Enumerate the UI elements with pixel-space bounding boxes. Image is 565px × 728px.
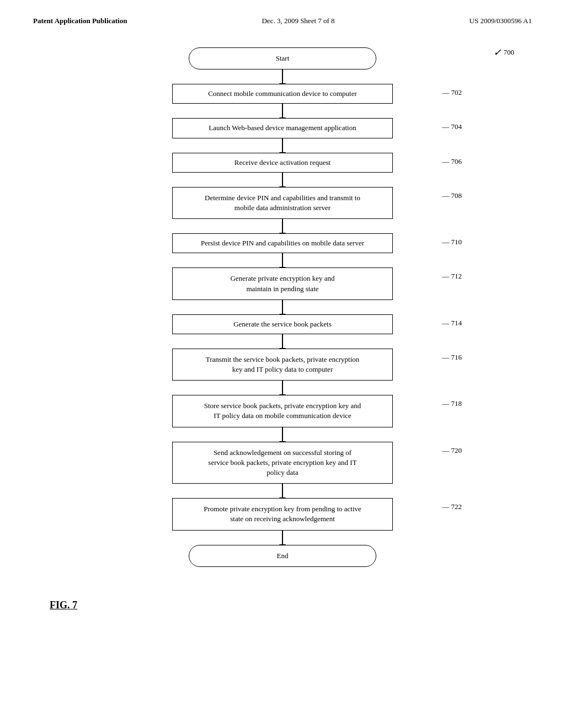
end-box: End — [189, 545, 376, 567]
step-716-row: Transmit the service book packets, priva… — [145, 349, 420, 381]
step-716-box: Transmit the service book packets, priva… — [172, 349, 393, 381]
step-702-row: Connect mobile communication device to c… — [145, 84, 420, 104]
step-708-row: Determine device PIN and capabilities an… — [145, 187, 420, 219]
arrow-0 — [282, 69, 283, 84]
arrow-708 — [282, 219, 283, 233]
step-718-label: — 718 — [442, 399, 462, 408]
step-714-text: Generate the service book packets — [233, 320, 332, 328]
step-722-label: — 722 — [442, 502, 462, 511]
end-step: End — [145, 545, 420, 567]
step-710-box: Persist device PIN and capabilities on m… — [172, 233, 393, 253]
header-center: Dec. 3, 2009 Sheet 7 of 8 — [262, 17, 334, 25]
arrow-706 — [282, 173, 283, 187]
header-right: US 2009/0300596 A1 — [470, 17, 532, 25]
step-720-text: Send acknowledgement on successful stori… — [208, 448, 356, 477]
step-704-box: Launch Web-based device management appli… — [172, 118, 393, 138]
diagram-number: ✓ 700 — [493, 46, 515, 58]
step-722-text: Promote private encryption key from pend… — [204, 505, 361, 523]
step-718-row: Store service book packets, private encr… — [145, 395, 420, 427]
step-710-row: Persist device PIN and capabilities on m… — [145, 233, 420, 253]
header-left: Patent Application Publication — [33, 17, 127, 25]
step-716-text: Transmit the service book packets, priva… — [206, 355, 360, 373]
arrow-716 — [282, 381, 283, 395]
step-714-box: Generate the service book packets — [172, 314, 393, 334]
diagram-container: ✓ 700 Start Connect mobile communication… — [0, 31, 565, 622]
fig-label: FIG. 7 — [50, 599, 77, 611]
step-706-box: Receive device activation request — [172, 153, 393, 173]
step-720-label: — 720 — [442, 446, 462, 455]
step-712-text: Generate private encryption key andmaint… — [230, 274, 334, 292]
flowchart: Start Connect mobile communication devic… — [145, 47, 420, 567]
step-704-row: Launch Web-based device management appli… — [145, 118, 420, 138]
step-722-row: Promote private encryption key from pend… — [145, 498, 420, 530]
start-step: Start — [145, 47, 420, 69]
start-box: Start — [189, 47, 376, 69]
step-706-row: Receive device activation request — 706 — [145, 153, 420, 173]
step-702-label: — 702 — [442, 88, 462, 97]
step-718-text: Store service book packets, private encr… — [204, 402, 361, 420]
step-712-row: Generate private encryption key andmaint… — [145, 267, 420, 299]
step-714-row: Generate the service book packets — 714 — [145, 314, 420, 334]
page-header: Patent Application Publication Dec. 3, 2… — [0, 0, 565, 31]
arrow-714 — [282, 334, 283, 349]
arrow-702 — [282, 104, 283, 118]
step-702-box: Connect mobile communication device to c… — [172, 84, 393, 104]
step-716-label: — 716 — [442, 353, 462, 362]
step-710-text: Persist device PIN and capabilities on m… — [201, 239, 364, 247]
arrow-712 — [282, 300, 283, 314]
step-710-label: — 710 — [442, 238, 462, 247]
step-708-text: Determine device PIN and capabilities an… — [205, 194, 360, 212]
step-718-box: Store service book packets, private encr… — [172, 395, 393, 427]
arrow-722 — [282, 531, 283, 545]
step-706-label: — 706 — [442, 157, 462, 166]
step-704-label: — 704 — [442, 122, 462, 131]
step-706-text: Receive device activation request — [234, 158, 331, 167]
step-702-text: Connect mobile communication device to c… — [208, 89, 357, 98]
arrow-720 — [282, 484, 283, 498]
step-722-box: Promote private encryption key from pend… — [172, 498, 393, 530]
step-704-text: Launch Web-based device management appli… — [209, 124, 356, 132]
step-712-box: Generate private encryption key andmaint… — [172, 267, 393, 299]
step-720-box: Send acknowledgement on successful stori… — [172, 442, 393, 484]
arrow-710 — [282, 253, 283, 267]
step-708-box: Determine device PIN and capabilities an… — [172, 187, 393, 219]
step-720-row: Send acknowledgement on successful stori… — [145, 442, 420, 484]
arrow-718 — [282, 427, 283, 442]
step-714-label: — 714 — [442, 319, 462, 328]
arrow-704 — [282, 138, 283, 153]
step-712-label: — 712 — [442, 272, 462, 281]
step-708-label: — 708 — [442, 191, 462, 200]
